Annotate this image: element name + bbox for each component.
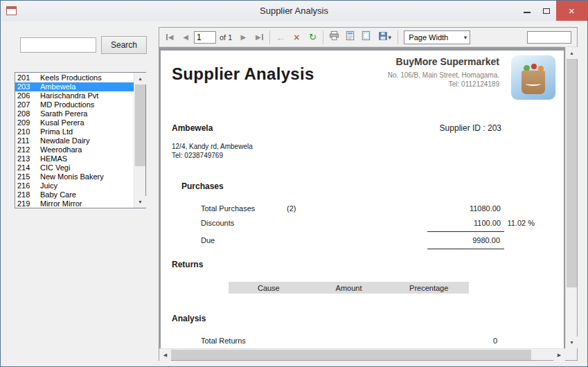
supplier-row-name: Keels Productions [40, 73, 102, 82]
total-purchases-count: (2) [287, 204, 296, 213]
scroll-up-button[interactable]: ▲ [134, 73, 146, 84]
print-layout-button[interactable] [342, 30, 357, 45]
refresh-icon: ↻ [309, 32, 317, 42]
window-title: Supplier Analysis [1, 1, 587, 21]
report-vertical-scrollbar[interactable]: ▲ ▼ [565, 47, 577, 348]
supplier-row-id: 210 [17, 127, 40, 136]
chevron-down-icon: ▾ [464, 34, 467, 41]
supplier-row-id: 211 [17, 136, 40, 145]
total-purchases-value: 11080.00 [470, 204, 501, 213]
due-rule [427, 231, 504, 232]
list-item[interactable]: 206Harischandra Pvt [15, 91, 134, 100]
list-item[interactable]: 201Keels Productions [15, 73, 134, 82]
print-button[interactable] [326, 30, 341, 45]
arrow-up-icon: ▲ [138, 76, 143, 81]
supplier-row-name: Juicy [40, 181, 57, 190]
company-block: BuyMore Supermarket No. 106/B, Main Stre… [388, 56, 499, 89]
due-label: Due [201, 236, 215, 244]
supplier-row-id: 218 [17, 190, 40, 199]
next-page-button[interactable]: ▶ [235, 30, 251, 45]
export-icon [378, 31, 388, 44]
scrollbar-thumb[interactable] [135, 84, 145, 166]
stop-button[interactable]: × [289, 30, 304, 45]
supplier-row-name: Harischandra Pvt [40, 91, 98, 100]
scroll-right-button[interactable]: ▶ [553, 349, 565, 361]
list-item[interactable]: 213HEMAS [15, 154, 134, 163]
supplier-listbox[interactable]: 201Keels Productions203Ambewela206Harisc… [15, 72, 146, 208]
column-header-precentage: Precentage [389, 284, 469, 292]
page-count-label: of 1 [220, 33, 232, 42]
supplier-row-name: Ambewela [40, 82, 75, 91]
toolbar-separator [398, 30, 398, 44]
list-item[interactable]: 209Kusal Perera [15, 118, 134, 127]
report-horizontal-scrollbar[interactable]: ◀ ▶ [159, 348, 565, 360]
stop-icon: × [294, 32, 299, 43]
minimize-icon [524, 12, 531, 13]
list-item[interactable]: 218Baby Care [15, 190, 134, 199]
purchases-heading: Purchases [181, 181, 224, 191]
back-button[interactable]: ← [273, 30, 288, 45]
due-value: 9980.00 [472, 236, 500, 244]
logo-squiggle [526, 82, 541, 86]
refresh-button[interactable]: ↻ [305, 30, 320, 45]
supplier-row-id: 213 [17, 154, 40, 163]
scrollbar-thumb[interactable] [171, 350, 531, 360]
list-item[interactable]: 216Juicy [15, 181, 134, 190]
total-returns-value: 0 [493, 337, 497, 345]
maximize-button[interactable] [537, 1, 556, 21]
export-button[interactable]: ▾ [374, 30, 395, 45]
supplier-row-id: 215 [17, 172, 40, 181]
list-item[interactable]: 207MD Productions [15, 100, 134, 109]
scroll-down-button[interactable]: ▼ [566, 337, 578, 348]
prev-page-button[interactable]: ◀ [178, 30, 193, 45]
scrollbar-thumb[interactable] [567, 59, 577, 287]
zoom-select[interactable]: Page Width ▾ [404, 30, 470, 44]
page-number-input[interactable] [194, 31, 216, 44]
last-page-icon [262, 34, 263, 40]
scroll-left-button[interactable]: ◀ [159, 349, 171, 361]
listbox-scrollbar[interactable]: ▲ ▼ [134, 73, 145, 208]
supplier-row-name: Kusal Perera [40, 118, 84, 127]
supplier-row-name: CIC Vegi [40, 163, 70, 172]
list-item[interactable]: 211Newdale Dairy [15, 136, 134, 145]
page-setup-button[interactable] [358, 30, 373, 45]
returns-table-header: Cause Amount Precentage [229, 282, 469, 294]
maximize-icon [543, 8, 550, 14]
list-item[interactable]: 214CIC Vegi [15, 163, 134, 172]
close-button[interactable]: × [556, 1, 587, 21]
close-icon: × [569, 5, 575, 17]
supplier-row-name: Newdale Dairy [40, 136, 90, 145]
supplier-row-name: Mirror Mirror [40, 199, 82, 208]
first-page-button[interactable]: ◀ [162, 30, 177, 45]
supplier-row-name: New Monis Bakery [40, 172, 104, 181]
toolbar-separator [269, 30, 270, 44]
scroll-up-button[interactable]: ▲ [566, 47, 578, 59]
last-page-button[interactable]: ▶ [251, 30, 267, 45]
list-item[interactable]: 212Weerodhara [15, 145, 134, 154]
discounts-label: Discounts [201, 219, 234, 227]
supplier-row-id: 207 [17, 100, 40, 109]
supplier-row-id: 216 [17, 181, 40, 190]
report-title: Supplier Analysis [172, 64, 314, 84]
scroll-down-button[interactable]: ▼ [134, 196, 146, 208]
supplier-list-items: 201Keels Productions203Ambewela206Harisc… [15, 73, 134, 208]
first-page-icon [166, 34, 168, 40]
returns-heading: Returns [172, 260, 203, 269]
find-input[interactable] [527, 31, 571, 44]
app-window: Supplier Analysis × Search 201Keels Prod… [0, 0, 588, 367]
search-input[interactable] [20, 37, 96, 53]
search-button[interactable]: Search [101, 36, 147, 54]
report-viewer: ◀ ◀ of 1 ▶ ▶ ← × ↻ ▾ [159, 27, 578, 361]
list-item[interactable]: 215New Monis Bakery [15, 172, 134, 181]
toolbar-separator [323, 30, 323, 44]
list-item[interactable]: 219Mirror Mirror [15, 199, 134, 208]
supplier-row-name: Baby Care [40, 190, 76, 199]
list-item[interactable]: 203Ambewela [15, 82, 134, 91]
supplier-address: 12/4, Kandy rd, Ambewela [172, 143, 253, 150]
title-bar: Supplier Analysis × [1, 1, 587, 21]
total-purchases-label: Total Purchases [201, 204, 255, 213]
list-item[interactable]: 210Prima Ltd [15, 127, 134, 136]
minimize-button[interactable] [517, 1, 537, 21]
list-item[interactable]: 208Sarath Perera [15, 109, 134, 118]
supplier-row-name: MD Productions [40, 100, 94, 109]
